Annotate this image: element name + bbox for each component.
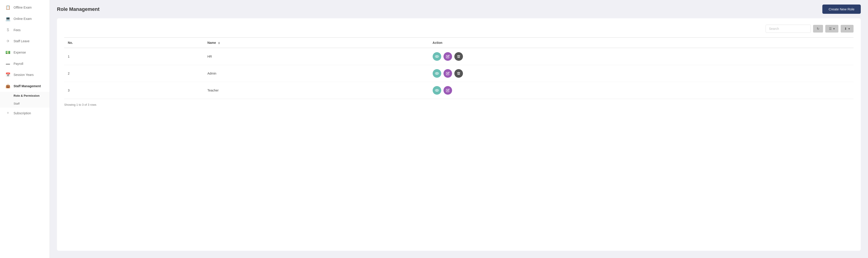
- delete-button[interactable]: [454, 52, 463, 61]
- staff-management-submenu: Role & Permission Staff: [0, 92, 50, 107]
- download-dropdown-icon: ▾: [848, 27, 850, 31]
- sidebar-item-payroll[interactable]: ▬ Payroll: [0, 58, 50, 69]
- submenu-item-role-permission[interactable]: Role & Permission: [13, 92, 50, 100]
- offline-exam-icon: 📋: [5, 5, 10, 10]
- content-area: ↻ ☰ ▾ ⬇ ▾ No. Name: [57, 18, 861, 251]
- page-title: Role Management: [57, 6, 99, 12]
- session-years-icon: 📅: [5, 72, 10, 77]
- staff-leave-icon: ✈: [5, 39, 10, 43]
- sidebar-item-label: Session Years: [13, 73, 34, 76]
- download-icon: ⬇: [844, 27, 847, 31]
- cell-no: 3: [64, 82, 204, 99]
- table-row: 1 HR: [64, 48, 854, 65]
- sidebar-item-staff-management[interactable]: 👜 Staff Management: [0, 80, 50, 92]
- fees-icon: $: [5, 28, 10, 32]
- sort-icon: [218, 42, 220, 44]
- sidebar-item-session-years[interactable]: 📅 Session Years: [0, 69, 50, 80]
- download-button[interactable]: ⬇ ▾: [841, 25, 854, 33]
- sidebar-item-label: Expense: [13, 51, 26, 54]
- sidebar-item-subscription[interactable]: + Subscription: [0, 107, 50, 119]
- sidebar-item-offline-exam[interactable]: 📋 Offline Exam: [0, 2, 50, 13]
- cell-action: [429, 48, 854, 65]
- cell-action: [429, 82, 854, 99]
- create-new-role-button[interactable]: Create New Role: [822, 4, 861, 14]
- eye-icon: [435, 88, 439, 92]
- staff-management-icon: 👜: [5, 84, 10, 89]
- cell-no: 1: [64, 48, 204, 65]
- online-exam-icon: 💻: [5, 16, 10, 21]
- list-icon: ☰: [829, 27, 832, 31]
- col-header-no: No.: [64, 37, 204, 48]
- sidebar-item-label: Fees: [13, 28, 21, 32]
- action-buttons: [433, 52, 850, 61]
- table-header-row: No. Name Action: [64, 37, 854, 48]
- col-header-action: Action: [429, 37, 854, 48]
- sidebar-item-fees[interactable]: $ Fees: [0, 24, 50, 35]
- list-view-button[interactable]: ☰ ▾: [825, 25, 838, 33]
- view-button[interactable]: [433, 69, 441, 78]
- edit-button[interactable]: [443, 69, 452, 78]
- refresh-icon: ↻: [817, 27, 819, 31]
- svg-point-3: [436, 73, 437, 74]
- sidebar-item-label: Staff Management: [13, 84, 41, 88]
- edit-icon: [446, 89, 450, 92]
- table-head: No. Name Action: [64, 37, 854, 48]
- col-header-name: Name: [204, 37, 429, 48]
- eye-icon: [435, 71, 439, 75]
- role-table: No. Name Action 1 HR: [64, 37, 854, 99]
- table-body: 1 HR: [64, 48, 854, 99]
- edit-button[interactable]: [443, 52, 452, 61]
- action-buttons: [433, 86, 850, 95]
- svg-point-2: [435, 72, 438, 74]
- svg-point-0: [435, 56, 438, 58]
- sidebar-item-label: Subscription: [13, 111, 31, 115]
- eye-icon: [435, 55, 439, 59]
- toolbar-row: ↻ ☰ ▾ ⬇ ▾: [64, 25, 854, 33]
- sidebar-item-online-exam[interactable]: 💻 Online Exam: [0, 13, 50, 24]
- cell-name: Admin: [204, 65, 429, 82]
- subscription-icon: +: [5, 111, 10, 116]
- submenu-item-staff[interactable]: Staff: [13, 100, 50, 107]
- sidebar: 📋 Offline Exam 💻 Online Exam $ Fees ✈ St…: [0, 0, 50, 258]
- cell-name: HR: [204, 48, 429, 65]
- list-dropdown-icon: ▾: [833, 27, 835, 31]
- view-button[interactable]: [433, 86, 441, 95]
- refresh-button[interactable]: ↻: [813, 25, 823, 33]
- showing-text: Showing 1 to 3 of 3 rows: [64, 103, 854, 106]
- sidebar-item-label: Staff Leave: [13, 39, 30, 43]
- svg-point-1: [436, 56, 437, 57]
- edit-icon: [446, 55, 450, 58]
- payroll-icon: ▬: [5, 61, 10, 66]
- sidebar-item-label: Payroll: [13, 62, 23, 66]
- trash-icon: [457, 72, 460, 75]
- trash-icon: [457, 55, 460, 58]
- sidebar-item-label: Online Exam: [13, 17, 32, 21]
- topbar: Role Management Create New Role: [50, 0, 868, 18]
- sidebar-item-expense[interactable]: 💵 Expense: [0, 47, 50, 58]
- cell-no: 2: [64, 65, 204, 82]
- sidebar-item-label: Offline Exam: [13, 6, 32, 9]
- svg-point-4: [435, 90, 438, 92]
- table-row: 3 Teacher: [64, 82, 854, 99]
- edit-icon: [446, 72, 450, 75]
- view-button[interactable]: [433, 52, 441, 61]
- cell-name: Teacher: [204, 82, 429, 99]
- action-buttons: [433, 69, 850, 78]
- delete-button[interactable]: [454, 69, 463, 78]
- main-content: Role Management Create New Role ↻ ☰ ▾ ⬇ …: [50, 0, 868, 258]
- svg-point-5: [436, 90, 437, 91]
- cell-action: [429, 65, 854, 82]
- table-row: 2 Admin: [64, 65, 854, 82]
- edit-button[interactable]: [443, 86, 452, 95]
- expense-icon: 💵: [5, 50, 10, 55]
- sidebar-item-staff-leave[interactable]: ✈ Staff Leave: [0, 35, 50, 47]
- search-input[interactable]: [766, 25, 811, 33]
